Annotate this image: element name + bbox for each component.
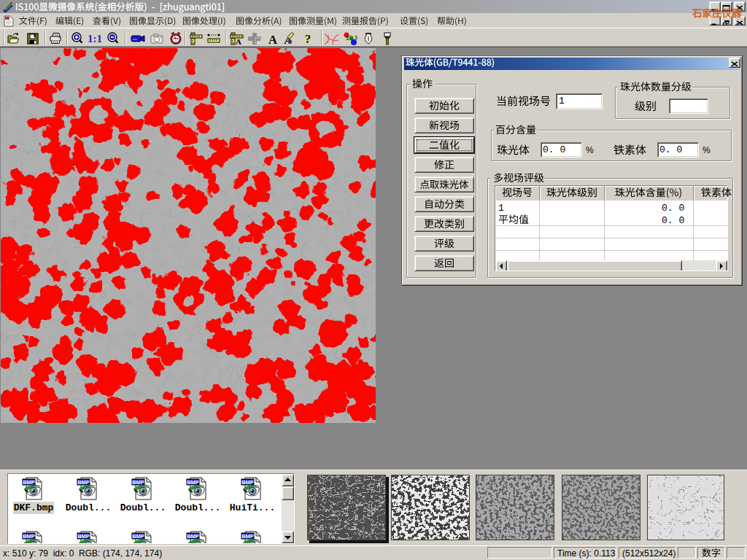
svg-text:BMP: BMP <box>23 479 35 486</box>
svg-text:BMP: BMP <box>187 479 199 486</box>
svg-text:a: a <box>350 36 353 41</box>
svg-text:BMP: BMP <box>241 533 254 540</box>
svg-text:A: A <box>236 37 241 45</box>
svg-text:A: A <box>268 33 278 46</box>
svg-text:BMP: BMP <box>241 479 254 486</box>
svg-text:BMP: BMP <box>132 479 144 486</box>
svg-text:BMP: BMP <box>132 533 144 540</box>
svg-text:1: 1 <box>346 36 349 41</box>
svg-text:BMP: BMP <box>77 479 90 486</box>
svg-text:3: 3 <box>355 35 357 40</box>
svg-text:1:1: 1:1 <box>88 33 102 44</box>
svg-text:BMP: BMP <box>187 533 199 540</box>
svg-text:BMP: BMP <box>23 533 35 540</box>
svg-text:?: ? <box>305 32 311 45</box>
svg-text:BMP: BMP <box>77 533 90 540</box>
